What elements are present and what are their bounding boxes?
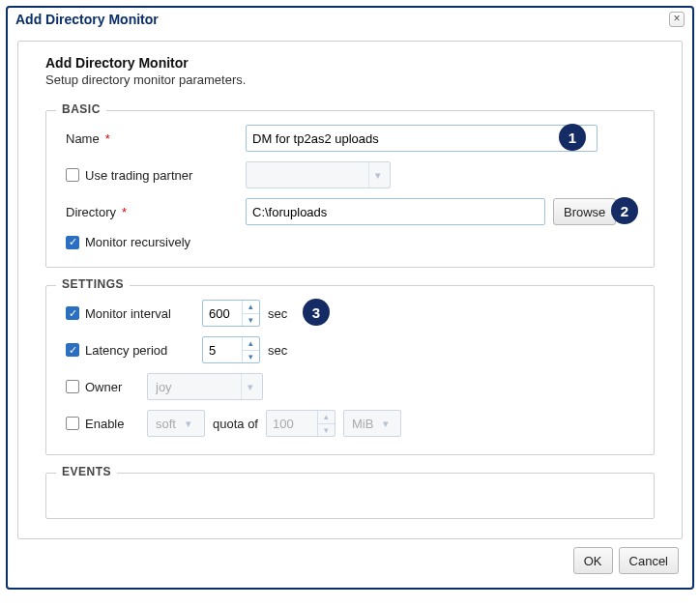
latency-stepper[interactable]: 5 ▴ ▾ [202,336,260,363]
latency-ctrl: 5 ▴ ▾ sec [202,336,638,363]
row-enable-quota: Enable soft ▾ quota of 100 ▴ ▾ [62,410,638,437]
dialog-body: Add Directory Monitor Setup directory mo… [8,31,692,588]
trading-partner-select[interactable]: ▾ [246,161,391,188]
name-label-col: Name* [62,131,246,146]
quota-value-stepper[interactable]: 100 ▴ ▾ [266,410,335,437]
row-monitor-interval: Monitor interval 600 ▴ ▾ sec 3 [62,300,638,327]
quota-unit-value: MiB [352,417,373,431]
quota-unit-select[interactable]: MiB ▾ [343,410,401,437]
monitor-interval-label: Monitor interval [85,306,171,321]
monitor-interval-ctrl: 600 ▴ ▾ sec 3 [202,300,638,327]
stepper-buttons: ▴ ▾ [242,337,259,362]
settings-legend: SETTINGS [56,277,130,291]
owner-select[interactable]: joy ▾ [147,373,263,400]
chevron-down-icon: ▾ [368,162,386,188]
required-mark: * [122,205,127,219]
monitor-recursively-label: Monitor recursively [85,235,190,249]
dialog: Add Directory Monitor × Add Directory Mo… [6,6,694,590]
owner-value: joy [156,380,241,394]
chevron-down-icon: ▾ [241,374,258,399]
latency-label-col: Latency period [62,343,202,358]
row-trading-partner: Use trading partner ▾ [62,161,638,188]
callout-2: 2 [611,197,638,224]
name-ctrl: 1 [246,125,638,152]
cancel-button[interactable]: Cancel [619,547,679,574]
inner-panel: Add Directory Monitor Setup directory mo… [17,41,683,539]
enable-quota-checkbox[interactable] [66,417,79,430]
quota-value: 100 [267,411,317,436]
directory-label: Directory [66,205,116,219]
callout-3: 3 [303,299,330,326]
chevron-down-icon: ▾ [379,411,393,436]
ok-button[interactable]: OK [573,547,613,574]
tp-ctrl: ▾ [246,161,638,188]
enable-label-col: Enable [62,417,147,431]
use-trading-partner-label: Use trading partner [85,168,192,183]
enable-ctrl: soft ▾ quota of 100 ▴ ▾ MiB [147,410,638,437]
chevron-down-icon[interactable]: ▾ [318,423,335,437]
row-latency: Latency period 5 ▴ ▾ sec [62,336,638,363]
name-label: Name [66,131,100,146]
required-mark: * [105,131,110,146]
dialog-title: Add Directory Monitor [15,12,159,27]
dialog-header: Add Directory Monitor × [8,8,692,31]
chevron-up-icon[interactable]: ▴ [243,301,259,313]
chevron-down-icon[interactable]: ▾ [243,313,259,327]
panel-title: Add Directory Monitor [45,55,655,71]
monitor-recursively-checkbox[interactable] [66,236,79,249]
directory-label-col: Directory* [62,205,246,219]
tp-label-col: Use trading partner [62,168,246,183]
monitor-interval-value: 600 [203,301,242,326]
monitor-interval-checkbox[interactable] [66,306,79,320]
owner-checkbox[interactable] [66,380,79,393]
owner-ctrl: joy ▾ [147,373,638,400]
row-name: Name* 1 [62,125,638,152]
stepper-buttons: ▴ ▾ [317,411,335,436]
panel-subtitle: Setup directory monitor parameters. [45,72,655,87]
latency-label: Latency period [85,343,167,358]
latency-value: 5 [203,337,242,362]
events-legend: EVENTS [56,465,117,478]
events-fieldset: EVENTS [45,473,655,519]
chevron-up-icon[interactable]: ▴ [243,337,259,350]
directory-input[interactable] [246,198,545,225]
stepper-buttons: ▴ ▾ [242,301,259,326]
quota-text: quota of [213,417,258,431]
chevron-up-icon[interactable]: ▴ [318,411,335,423]
latency-checkbox[interactable] [66,343,79,357]
monitor-interval-label-col: Monitor interval [62,306,202,321]
events-body [62,487,638,501]
close-icon[interactable]: × [669,12,685,27]
quota-mode-value: soft [156,417,176,431]
basic-fieldset: BASIC Name* 1 Use trading partner [45,110,655,268]
latency-unit: sec [268,343,287,358]
monitor-interval-stepper[interactable]: 600 ▴ ▾ [202,300,260,327]
row-owner: Owner joy ▾ [62,373,638,400]
row-monitor-recursively: Monitor recursively [62,235,638,249]
browse-button[interactable]: Browse [553,198,616,225]
chevron-down-icon[interactable]: ▾ [243,350,259,363]
settings-fieldset: SETTINGS Monitor interval 600 ▴ ▾ [45,285,655,455]
name-input[interactable] [246,125,598,152]
row-directory: Directory* Browse 2 [62,198,638,225]
quota-mode-select[interactable]: soft ▾ [147,410,205,437]
monitor-recursively-col: Monitor recursively [62,235,190,249]
monitor-interval-unit: sec [268,306,287,321]
basic-legend: BASIC [56,102,106,116]
enable-label: Enable [85,417,124,431]
callout-1: 1 [559,124,586,151]
directory-ctrl: Browse 2 [246,198,638,225]
owner-label: Owner [85,380,122,394]
dialog-footer: OK Cancel [17,539,683,578]
chevron-down-icon: ▾ [182,411,195,436]
use-trading-partner-checkbox[interactable] [66,168,79,182]
owner-label-col: Owner [62,380,147,394]
